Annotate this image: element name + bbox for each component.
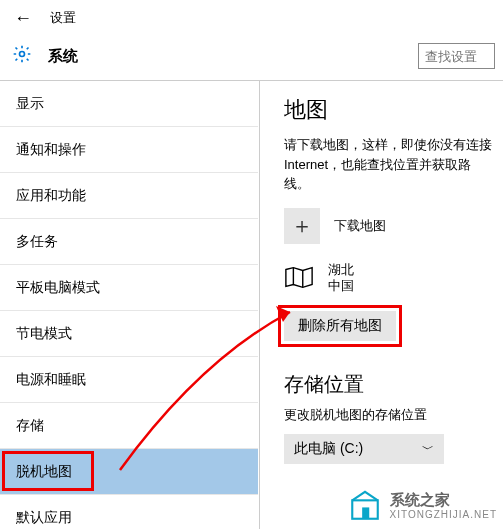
sidebar-item-power[interactable]: 电源和睡眠 xyxy=(0,357,258,403)
sidebar-item-label: 电源和睡眠 xyxy=(16,371,86,389)
storage-selected-value: 此电脑 (C:) xyxy=(294,440,363,458)
storage-location-select[interactable]: 此电脑 (C:) ﹀ xyxy=(284,434,444,464)
page-title: 系统 xyxy=(48,47,78,66)
sidebar-item-label: 存储 xyxy=(16,417,44,435)
sidebar-item-label: 显示 xyxy=(16,95,44,113)
watermark-brand: 系统之家 xyxy=(390,492,498,509)
sidebar-item-apps[interactable]: 应用和功能 xyxy=(0,173,258,219)
watermark-url: XITONGZHIJIA.NET xyxy=(390,509,498,520)
sidebar-item-label: 节电模式 xyxy=(16,325,72,343)
download-maps-button[interactable]: ＋ xyxy=(284,208,320,244)
watermark-logo-icon xyxy=(348,489,382,523)
svg-rect-2 xyxy=(362,507,369,518)
sidebar-item-multitask[interactable]: 多任务 xyxy=(0,219,258,265)
window-title: 设置 xyxy=(50,9,76,27)
sidebar-item-notifications[interactable]: 通知和操作 xyxy=(0,127,258,173)
sidebar-item-battery[interactable]: 节电模式 xyxy=(0,311,258,357)
section-title-maps: 地图 xyxy=(284,95,495,125)
sidebar-item-default-apps[interactable]: 默认应用 xyxy=(0,495,258,529)
chevron-down-icon: ﹀ xyxy=(422,441,434,458)
section-title-storage: 存储位置 xyxy=(284,371,495,398)
sidebar-item-label: 默认应用 xyxy=(16,509,72,527)
map-region-item[interactable]: 湖北 中国 xyxy=(284,262,495,296)
map-icon xyxy=(284,265,314,292)
vertical-divider xyxy=(259,81,260,529)
content-pane: 地图 请下载地图，这样，即使你没有连接 Internet，也能查找位置并获取路线… xyxy=(258,81,503,529)
storage-description: 更改脱机地图的存储位置 xyxy=(284,406,495,424)
map-region-primary: 湖北 xyxy=(328,262,354,279)
sidebar-item-label: 脱机地图 xyxy=(16,463,72,481)
search-input[interactable] xyxy=(418,43,495,69)
plus-icon: ＋ xyxy=(291,211,313,241)
sidebar-item-storage[interactable]: 存储 xyxy=(0,403,258,449)
sidebar-item-label: 多任务 xyxy=(16,233,58,251)
sidebar-item-display[interactable]: 显示 xyxy=(0,81,258,127)
maps-description: 请下载地图，这样，即使你没有连接 Internet，也能查找位置并获取路线。 xyxy=(284,135,495,194)
sidebar-item-label: 平板电脑模式 xyxy=(16,279,100,297)
svg-point-0 xyxy=(20,51,25,56)
sidebar-item-label: 应用和功能 xyxy=(16,187,86,205)
sidebar-item-tablet[interactable]: 平板电脑模式 xyxy=(0,265,258,311)
watermark: 系统之家 XITONGZHIJIA.NET xyxy=(348,489,498,523)
sidebar-item-offline-maps[interactable]: 脱机地图 xyxy=(0,449,258,495)
back-button[interactable]: ← xyxy=(8,8,38,29)
map-region-secondary: 中国 xyxy=(328,278,354,295)
gear-icon xyxy=(8,44,36,69)
download-maps-label: 下载地图 xyxy=(334,217,386,235)
sidebar: 显示 通知和操作 应用和功能 多任务 平板电脑模式 节电模式 电源和睡眠 存储 … xyxy=(0,81,258,529)
delete-all-maps-button[interactable]: 删除所有地图 xyxy=(284,311,396,341)
sidebar-item-label: 通知和操作 xyxy=(16,141,86,159)
